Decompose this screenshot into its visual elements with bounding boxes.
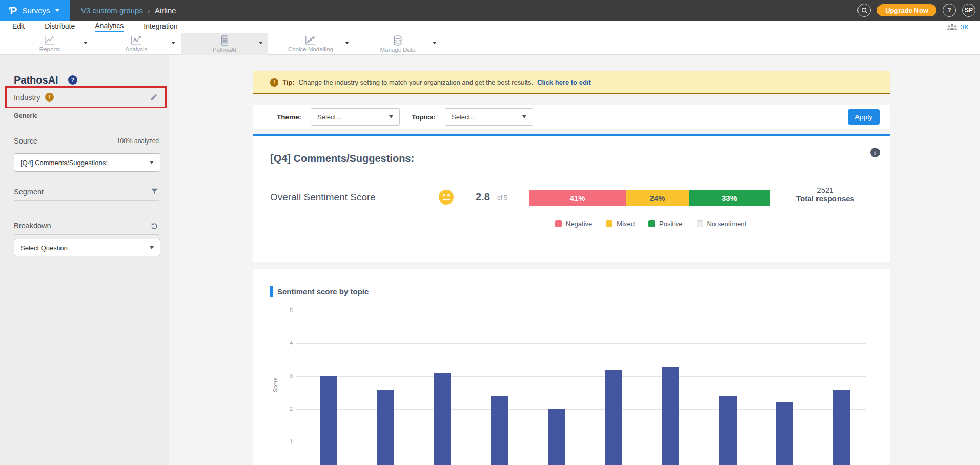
overall-sentiment-score-label: Overall Sentiment Score	[270, 192, 376, 203]
industry-label: Industry	[14, 93, 40, 102]
filter-funnel-icon	[150, 187, 159, 196]
sidebar-title: PathosAI	[14, 74, 58, 86]
chevron-down-icon	[389, 115, 393, 118]
breakdown-label: Breakdown	[14, 221, 51, 230]
header-actions: Upgrade Now ? SP	[858, 0, 975, 21]
legend-item: Positive	[648, 220, 683, 228]
tab-edit[interactable]: Edit	[12, 22, 25, 31]
topic-score-bar[interactable]	[320, 376, 337, 465]
breakdown-question-select[interactable]: Select Question	[14, 239, 160, 256]
topic-score-bar[interactable]	[662, 367, 679, 465]
tool-reports[interactable]: Reports	[14, 33, 86, 55]
topic-score-bar[interactable]	[491, 396, 508, 465]
y-tick-label: 3	[281, 373, 293, 379]
avatar[interactable]: SP	[962, 4, 975, 17]
sentiment-by-topic-card: Sentiment score by topic Score 12345	[253, 269, 890, 465]
breakdown-section-header: Breakdown	[14, 221, 159, 235]
breadcrumb-folder[interactable]: V3 custom groups	[81, 6, 143, 15]
chevron-down-icon	[150, 246, 154, 249]
breadcrumb-separator-icon: ›	[148, 6, 150, 15]
help-button[interactable]: ?	[943, 4, 956, 17]
topic-score-bar[interactable]	[719, 396, 737, 465]
analytics-toolbar: Reports Analysis PathosAI Choice Modelli…	[0, 33, 980, 55]
topic-score-bar[interactable]	[833, 390, 850, 465]
source-label: Source	[14, 137, 37, 145]
legend-swatch	[555, 220, 562, 227]
neutral-face-emoji-icon	[439, 190, 454, 205]
surveys-product-switcher[interactable]: Ƥ Surveys	[0, 0, 70, 21]
tip-banner: ! Tip: Change the industry setting to ma…	[253, 71, 890, 94]
tab-distribute[interactable]: Distribute	[45, 22, 75, 31]
search-icon	[861, 7, 868, 14]
questionpro-logo-icon: Ƥ	[9, 5, 17, 16]
info-icon[interactable]: i	[870, 148, 880, 157]
app-window: Ƥ Surveys V3 custom groups › Airline Upg…	[0, 0, 980, 465]
total-responses-value: 2521	[792, 186, 859, 194]
tool-choice-modelling[interactable]: Choice Modelling	[275, 33, 346, 55]
analysis-chart-icon	[131, 35, 142, 45]
title-accent-bar	[270, 286, 273, 297]
theme-select[interactable]: Select...	[311, 108, 400, 126]
industry-setting-row[interactable]: Industry !	[5, 86, 167, 108]
edit-industry-button[interactable]	[150, 93, 158, 102]
upgrade-now-button[interactable]: Upgrade Now	[877, 4, 936, 16]
tool-pathosai-dropdown[interactable]	[259, 42, 263, 44]
apply-button[interactable]: Apply	[848, 109, 880, 125]
tip-warning-icon: !	[270, 78, 278, 87]
gridline	[296, 311, 866, 311]
industry-value: Generic	[14, 112, 38, 119]
breakdown-reset-button[interactable]	[150, 221, 159, 230]
gridline	[296, 376, 866, 377]
y-axis-label: Score	[272, 377, 278, 392]
total-responses-block: 2521 Total responses	[792, 186, 859, 203]
legend-swatch	[697, 220, 703, 227]
chevron-down-icon	[522, 115, 526, 118]
source-question-select[interactable]: [Q4] Comments/Suggestions:	[14, 153, 160, 172]
topic-score-bar[interactable]	[377, 390, 394, 465]
segment-filter-button[interactable]	[150, 187, 159, 196]
collaborator-count[interactable]: 3K	[961, 23, 969, 31]
topics-select[interactable]: Select...	[445, 108, 533, 126]
product-label: Surveys	[22, 6, 50, 15]
legend-label: Negative	[566, 220, 592, 228]
tab-analytics[interactable]: Analytics	[95, 22, 124, 32]
tool-pathosai[interactable]: PathosAI	[181, 33, 268, 55]
question-title: [Q4] Comments/Suggestions:	[270, 153, 414, 165]
legend-swatch	[648, 220, 655, 227]
tool-analysis[interactable]: Analysis	[100, 33, 172, 55]
pencil-icon	[150, 93, 158, 102]
segment-label: Segment	[14, 188, 44, 196]
topic-score-bar[interactable]	[605, 370, 622, 465]
people-group-icon	[947, 23, 957, 30]
tool-analysis-dropdown[interactable]	[171, 42, 175, 44]
tab-integration[interactable]: Integration	[144, 22, 177, 31]
choice-modelling-icon	[305, 35, 316, 45]
search-button[interactable]	[858, 4, 871, 17]
topic-score-bar[interactable]	[434, 373, 451, 465]
topic-score-bar[interactable]	[548, 409, 565, 465]
sentiment-segment-mixed: 24%	[626, 190, 689, 206]
sentiment-summary-card: i [Q4] Comments/Suggestions: Overall Sen…	[253, 134, 890, 262]
pathosai-sidebar: PathosAI ? Industry ! Generic Source 100…	[0, 55, 169, 465]
collaborators[interactable]: 3K	[947, 21, 969, 33]
tip-label: Tip:	[282, 78, 295, 86]
sentiment-segment-positive: 33%	[689, 190, 770, 206]
tool-manage-data[interactable]: Manage Data	[362, 33, 434, 55]
topic-score-bar[interactable]	[776, 402, 793, 465]
legend-item: No sentiment	[697, 220, 747, 228]
legend-swatch	[606, 220, 612, 227]
pathosai-calculator-icon	[220, 35, 229, 46]
subnav-items: Edit Distribute Analytics Integration	[12, 21, 177, 33]
top-header: Ƥ Surveys V3 custom groups › Airline Upg…	[0, 0, 980, 21]
legend-label: Positive	[659, 220, 683, 228]
tool-reports-dropdown[interactable]	[84, 42, 88, 44]
source-analyzed-status: 100% analyzed	[117, 137, 159, 145]
pathosai-help-icon[interactable]: ?	[68, 75, 77, 85]
tool-choice-modelling-dropdown[interactable]	[345, 42, 349, 44]
subnav: Edit Distribute Analytics Integration 3K	[0, 21, 980, 33]
main-content: ! Tip: Change the industry setting to ma…	[253, 55, 890, 465]
theme-label: Theme:	[277, 113, 301, 121]
total-responses-label: Total responses	[792, 194, 859, 203]
tool-manage-data-dropdown[interactable]	[433, 42, 437, 44]
tip-edit-link[interactable]: Click here to edit	[537, 78, 591, 86]
